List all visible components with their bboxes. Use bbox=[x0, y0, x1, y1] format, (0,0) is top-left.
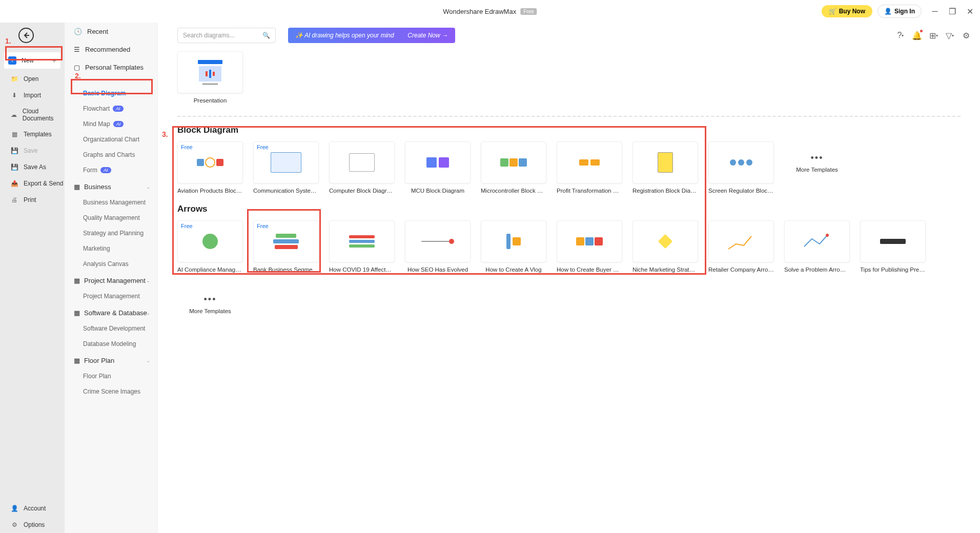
more-dots-icon: ••• bbox=[811, 153, 824, 163]
template-card[interactable]: Retailer Company Arrow D... bbox=[708, 220, 774, 273]
card-label: Solve a Problem Arrow Dia... bbox=[784, 266, 850, 273]
sidebar-cat-floor-plan[interactable]: ▦Floor Plan⌄ bbox=[65, 352, 157, 368]
back-button[interactable] bbox=[18, 28, 34, 43]
sidebar-sub-form[interactable]: FormAI bbox=[65, 162, 157, 178]
sidebar-sub-business-mgmt[interactable]: Business Management bbox=[65, 195, 157, 210]
template-card[interactable]: Solve a Problem Arrow Dia... bbox=[784, 220, 850, 273]
sidebar-sub-org-chart[interactable]: Organizational Chart bbox=[65, 132, 157, 147]
chevron-down-icon: ⌄ bbox=[146, 358, 150, 363]
sidebar-sub-analysis-canvas[interactable]: Analysis Canvas bbox=[65, 256, 157, 272]
sidebar-sub-floor-plan[interactable]: Floor Plan bbox=[65, 368, 157, 384]
card-label: Computer Block Diagram bbox=[329, 188, 395, 194]
card-label: How COVID 19 Affected M... bbox=[329, 266, 395, 273]
chevron-down-icon: ⌄ bbox=[146, 310, 150, 316]
template-card[interactable]: Microcontroller Block Diag... bbox=[481, 141, 546, 194]
template-card[interactable]: How to Create Buyer Perso... bbox=[557, 220, 622, 273]
sidebar-item-import[interactable]: ⬇Import bbox=[0, 87, 65, 104]
sidebar-item-print[interactable]: 🖨Print bbox=[0, 192, 65, 208]
sidebar-item-recommended[interactable]: ☰Recommended bbox=[65, 40, 157, 58]
sidebar-sub-project-mgmt[interactable]: Project Management bbox=[65, 289, 157, 304]
sidebar-item-recent[interactable]: 🕓Recent bbox=[65, 23, 157, 40]
template-card[interactable]: How to Create A Vlog bbox=[481, 220, 546, 273]
ai-banner-cta: Create Now → bbox=[407, 32, 448, 39]
sign-in-button[interactable]: 👤 Sign In bbox=[877, 5, 922, 18]
chevron-down-icon: ⌄ bbox=[146, 278, 150, 283]
template-card[interactable]: How SEO Has Evolved bbox=[405, 220, 471, 273]
template-card[interactable]: Computer Block Diagram bbox=[329, 141, 395, 194]
sidebar-sub-software-dev[interactable]: Software Development bbox=[65, 321, 157, 336]
card-label: Screen Regulator Block Dia... bbox=[708, 188, 774, 194]
more-templates-label: More Templates bbox=[189, 308, 231, 314]
sidebar-sub-crime-scene[interactable]: Crime Scene Images bbox=[65, 384, 157, 399]
cloud-icon: ☁ bbox=[10, 111, 17, 119]
template-card[interactable]: MCU Block Diagram bbox=[405, 141, 471, 194]
card-label: AI Compliance Management bbox=[177, 266, 243, 273]
sidebar-item-cloud[interactable]: ☁Cloud Documents bbox=[0, 104, 65, 126]
template-card-presentation[interactable]: Presentation bbox=[177, 51, 243, 104]
sidebar-item-options[interactable]: ⚙Options bbox=[0, 517, 65, 533]
filter-icon[interactable]: ▽▾ bbox=[945, 31, 954, 40]
sidebar-cat-software-db[interactable]: ▦Software & Database⌄ bbox=[65, 304, 157, 321]
maximize-button[interactable]: ❐ bbox=[948, 7, 956, 15]
save-icon: 💾 bbox=[10, 147, 18, 155]
sidebar-cat-business[interactable]: ▦Business⌄ bbox=[65, 178, 157, 195]
card-label: Presentation bbox=[177, 97, 243, 104]
more-templates-card[interactable]: ••• More Templates bbox=[784, 141, 850, 194]
sidebar-cat-project-mgmt[interactable]: ▦Project Management⌄ bbox=[65, 272, 157, 289]
free-tag: Free bbox=[257, 223, 269, 229]
grid-icon[interactable]: ⊞▾ bbox=[929, 31, 938, 40]
print-icon: 🖨 bbox=[10, 196, 18, 204]
search-placeholder: Search diagrams... bbox=[183, 32, 235, 39]
sidebar-item-templates[interactable]: ▦Templates bbox=[0, 126, 65, 142]
sidebar-sub-mind-map[interactable]: Mind MapAI bbox=[65, 116, 157, 132]
template-card[interactable]: How COVID 19 Affected M... bbox=[329, 220, 395, 273]
template-card[interactable]: Free AI Compliance Management bbox=[177, 220, 243, 273]
template-card[interactable]: Screen Regulator Block Dia... bbox=[708, 141, 774, 194]
ai-banner[interactable]: ✨ AI drawing helps open your mind Create… bbox=[288, 28, 455, 43]
template-card[interactable]: Registration Block Diagram bbox=[632, 141, 698, 194]
magic-icon: ✨ bbox=[295, 32, 304, 39]
sidebar-sub-marketing[interactable]: Marketing bbox=[65, 241, 157, 256]
section-title-block: Block Diagram bbox=[177, 125, 961, 135]
template-card[interactable]: Profit Transformation Bloc... bbox=[557, 141, 622, 194]
database-icon: ▦ bbox=[74, 309, 80, 317]
plus-icon: + bbox=[8, 56, 16, 65]
template-card[interactable]: Free Communication System Bl... bbox=[253, 141, 319, 194]
gear-icon: ⚙ bbox=[10, 521, 18, 529]
minimize-button[interactable]: ─ bbox=[931, 7, 939, 15]
sidebar-item-account[interactable]: 👤Account bbox=[0, 500, 65, 517]
bell-icon[interactable]: 🔔 bbox=[912, 31, 922, 40]
app-name: Wondershare EdrawMax bbox=[443, 8, 516, 15]
titlebar-center: Wondershare EdrawMax Free bbox=[443, 8, 537, 15]
sidebar-sub-basic-diagram[interactable]: Basic Diagram bbox=[65, 86, 157, 101]
sidebar-item-export[interactable]: 📤Export & Send bbox=[0, 175, 65, 192]
sidebar-sub-flowchart[interactable]: FlowchartAI bbox=[65, 101, 157, 116]
content-header: Search diagrams... 🔍 ✨ AI drawing helps … bbox=[158, 23, 980, 48]
account-icon: 👤 bbox=[10, 504, 18, 512]
titlebar-right: 🛒 Buy Now 👤 Sign In ─ ❐ ✕ bbox=[822, 5, 974, 18]
chevron-down-icon: ⌄ bbox=[146, 184, 150, 190]
settings-icon[interactable]: ⚙ bbox=[962, 31, 971, 40]
templates-icon: ▦ bbox=[10, 130, 18, 138]
sidebar-item-new[interactable]: + New + bbox=[4, 52, 60, 69]
template-card[interactable]: Niche Marketing Strategy ... bbox=[632, 220, 698, 273]
card-label: How to Create A Vlog bbox=[481, 266, 546, 273]
search-input[interactable]: Search diagrams... 🔍 bbox=[177, 28, 276, 43]
more-templates-card[interactable]: ••• More Templates bbox=[177, 283, 243, 326]
buy-now-button[interactable]: 🛒 Buy Now bbox=[822, 5, 872, 17]
template-card[interactable]: Free Bank Business Segments A... bbox=[253, 220, 319, 273]
help-icon[interactable]: ?▾ bbox=[896, 31, 905, 40]
sidebar-sub-strategy[interactable]: Strategy and Planning bbox=[65, 225, 157, 241]
sidebar-sub-graphs-charts[interactable]: Graphs and Charts bbox=[65, 147, 157, 162]
sidebar-item-save[interactable]: 💾Save bbox=[0, 142, 65, 159]
save-as-icon: 💾 bbox=[10, 163, 18, 171]
sidebar-item-open[interactable]: 📁Open bbox=[0, 71, 65, 87]
template-card[interactable]: Free Aviation Products Block Di... bbox=[177, 141, 243, 194]
sidebar-sub-database-modeling[interactable]: Database Modeling bbox=[65, 336, 157, 352]
sidebar-item-save-as[interactable]: 💾Save As bbox=[0, 159, 65, 175]
template-card[interactable]: Tips for Publishing Press R... bbox=[860, 220, 926, 273]
sidebar-sub-quality-mgmt[interactable]: Quality Management bbox=[65, 210, 157, 225]
close-button[interactable]: ✕ bbox=[966, 7, 974, 15]
search-icon: 🔍 bbox=[262, 32, 270, 39]
project-icon: ▦ bbox=[74, 277, 80, 284]
